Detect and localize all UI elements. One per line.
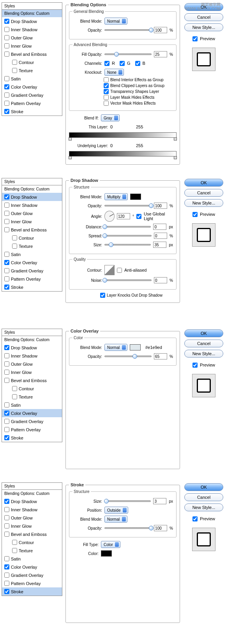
style-item-texture[interactable]: Texture (2, 242, 62, 250)
slider-thumb[interactable] (132, 354, 137, 359)
style-item-color-overlay[interactable]: Color Overlay (2, 409, 62, 417)
slider[interactable] (104, 235, 152, 237)
preview-checkbox[interactable] (192, 516, 198, 521)
style-item-pattern-overlay[interactable]: Pattern Overlay (2, 579, 62, 587)
style-checkbox[interactable] (4, 499, 9, 504)
style-checkbox[interactable] (4, 589, 9, 594)
preview-checkbox[interactable] (192, 363, 198, 368)
cancel-button[interactable]: Cancel (184, 340, 223, 347)
adv-check[interactable]: Blend Interior Effects as Group (104, 77, 173, 82)
knockout-select[interactable]: None (104, 69, 124, 76)
style-checkbox[interactable] (4, 52, 9, 57)
style-item-color-overlay[interactable]: Color Overlay (2, 563, 62, 571)
preview-toggle[interactable]: Preview (192, 210, 215, 218)
blending-options-header[interactable]: Blending Options: Custom (2, 336, 62, 343)
slider[interactable] (104, 356, 152, 357)
style-checkbox[interactable] (4, 84, 9, 89)
style-checkbox[interactable] (12, 548, 17, 553)
style-checkbox[interactable] (4, 411, 9, 416)
slider-thumb[interactable] (102, 278, 107, 283)
style-checkbox[interactable] (4, 427, 9, 432)
style-item-stroke[interactable]: Stroke (2, 434, 62, 442)
style-item-outer-glow[interactable]: Outer Glow (2, 360, 62, 368)
style-checkbox[interactable] (4, 43, 9, 48)
blending-options-header[interactable]: Blending Options: Custom (2, 10, 62, 17)
style-item-texture[interactable]: Texture (2, 546, 62, 555)
style-checkbox[interactable] (12, 235, 17, 240)
blend-mode-select[interactable]: Normal (104, 516, 127, 523)
style-item-inner-glow[interactable]: Inner Glow (2, 368, 62, 376)
style-item-drop-shadow[interactable]: Drop Shadow (2, 497, 62, 505)
slider[interactable] (104, 53, 152, 55)
style-checkbox[interactable] (4, 361, 9, 366)
style-item-stroke[interactable]: Stroke (2, 283, 62, 291)
style-checkbox[interactable] (4, 345, 9, 350)
style-item-satin[interactable]: Satin (2, 250, 62, 258)
value-input[interactable] (154, 233, 167, 239)
style-checkbox[interactable] (4, 564, 9, 569)
style-checkbox[interactable] (4, 35, 9, 40)
style-checkbox[interactable] (4, 101, 9, 106)
blend-mode-select[interactable]: Multiply (104, 193, 128, 200)
preview-toggle[interactable]: Preview (192, 515, 215, 523)
style-checkbox[interactable] (12, 60, 17, 65)
preview-checkbox[interactable] (192, 212, 198, 217)
style-item-gradient-overlay[interactable]: Gradient Overlay (2, 267, 62, 275)
anti-aliased-checkbox[interactable] (117, 268, 122, 273)
layer-knocks-row[interactable]: Layer Knocks Out Drop Shadow (100, 293, 177, 298)
style-checkbox[interactable] (4, 515, 9, 520)
style-checkbox[interactable] (12, 540, 17, 545)
shadow-color-swatch[interactable] (130, 194, 141, 200)
style-item-drop-shadow[interactable]: Drop Shadow (2, 193, 62, 201)
angle-dial[interactable] (104, 211, 115, 222)
style-checkbox[interactable] (4, 93, 9, 98)
value-input[interactable] (153, 224, 166, 230)
style-item-outer-glow[interactable]: Outer Glow (2, 34, 62, 42)
position-select[interactable]: Outside (104, 507, 128, 514)
slider-thumb[interactable] (114, 52, 119, 57)
style-item-bevel-and-emboss[interactable]: Bevel and Emboss (2, 376, 62, 384)
style-checkbox[interactable] (12, 244, 17, 249)
style-item-bevel-and-emboss[interactable]: Bevel and Emboss (2, 530, 62, 538)
style-checkbox[interactable] (4, 573, 9, 578)
style-item-inner-shadow[interactable]: Inner Shadow (2, 201, 62, 209)
slider-thumb[interactable] (149, 203, 154, 208)
style-item-satin[interactable]: Satin (2, 75, 62, 83)
style-item-bevel-and-emboss[interactable]: Bevel and Emboss (2, 50, 62, 58)
use-global-light-checkbox[interactable] (136, 214, 141, 219)
angle-input[interactable] (117, 213, 130, 219)
style-checkbox[interactable] (4, 109, 9, 114)
blend-if-select[interactable]: Gray (101, 114, 120, 121)
style-checkbox[interactable] (4, 76, 9, 81)
style-checkbox[interactable] (12, 386, 17, 391)
style-item-contour[interactable]: Contour (2, 234, 62, 242)
style-checkbox[interactable] (4, 260, 9, 265)
style-item-texture[interactable]: Texture (2, 66, 62, 75)
stroke-color-swatch[interactable] (101, 550, 112, 557)
style-item-satin[interactable]: Satin (2, 401, 62, 409)
slider-thumb[interactable] (104, 499, 109, 503)
value-input[interactable] (154, 277, 167, 283)
slider-thumb[interactable] (149, 28, 154, 32)
style-item-gradient-overlay[interactable]: Gradient Overlay (2, 91, 62, 99)
ok-button[interactable]: OK (184, 179, 223, 187)
style-checkbox[interactable] (4, 19, 9, 24)
style-checkbox[interactable] (4, 219, 9, 224)
style-checkbox[interactable] (4, 27, 9, 32)
style-checkbox[interactable] (12, 394, 17, 399)
style-item-inner-shadow[interactable]: Inner Shadow (2, 25, 62, 34)
underlying-layer-gradient[interactable] (69, 151, 177, 157)
style-checkbox[interactable] (4, 227, 9, 232)
new-style-button[interactable]: New Style... (184, 350, 223, 358)
slider[interactable] (104, 205, 152, 206)
style-checkbox[interactable] (4, 507, 9, 512)
slider-thumb[interactable] (149, 526, 154, 530)
style-checkbox[interactable] (4, 419, 9, 424)
blend-mode-select[interactable]: Normal (104, 344, 127, 351)
blend-mode-select[interactable]: Normal (104, 18, 127, 25)
value-input[interactable] (153, 498, 166, 504)
style-item-inner-shadow[interactable]: Inner Shadow (2, 352, 62, 360)
cancel-button[interactable]: Cancel (184, 13, 223, 21)
style-item-inner-glow[interactable]: Inner Glow (2, 522, 62, 530)
style-checkbox[interactable] (4, 581, 9, 586)
